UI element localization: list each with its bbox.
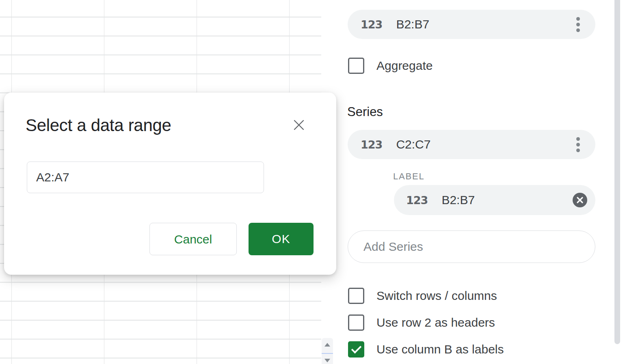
numeric-format-icon: 123 [361, 18, 382, 31]
dialog-title: Select a data range [26, 116, 171, 135]
cancel-button[interactable]: Cancel [149, 223, 237, 255]
numeric-format-icon: 123 [406, 194, 428, 207]
add-series-field[interactable]: Add Series [348, 230, 595, 263]
scroll-up-icon[interactable] [324, 343, 330, 347]
label-field-heading: LABEL [393, 171, 425, 182]
kebab-menu-icon[interactable] [572, 15, 584, 34]
select-data-range-dialog: Select a data range Cancel OK [4, 93, 336, 275]
google-sheets-chart-editor-screen: 123 B2:B7 Aggregate Series 123 C2:C7 LAB… [0, 0, 625, 364]
data-range-input[interactable] [27, 162, 264, 193]
close-icon[interactable] [291, 117, 307, 133]
use-row-2-headers-checkbox[interactable] [348, 314, 364, 331]
aggregate-label: Aggregate [376, 58, 433, 74]
switch-rows-columns-label: Switch rows / columns [376, 288, 497, 304]
remove-label-button[interactable] [573, 193, 587, 207]
add-series-placeholder: Add Series [363, 240, 423, 254]
use-row-2-headers-label: Use row 2 as headers [376, 314, 495, 331]
ok-button[interactable]: OK [249, 223, 314, 255]
series-section-heading: Series [347, 105, 383, 119]
x-in-circle-icon [576, 196, 584, 204]
series-range-chip[interactable]: 123 C2:C7 [348, 130, 595, 159]
sheet-vertical-scrollbar[interactable] [322, 338, 333, 364]
x-axis-range-chip[interactable]: 123 B2:B7 [348, 10, 595, 39]
chart-editor-panel: 123 B2:B7 Aggregate Series 123 C2:C7 LAB… [333, 0, 625, 364]
aggregate-checkbox[interactable] [348, 58, 364, 74]
series-label-range-chip[interactable]: 123 B2:B7 [394, 185, 595, 215]
scrollbar-thumb-edge [322, 353, 333, 354]
series-label-range-value: B2:B7 [441, 193, 573, 207]
numeric-format-icon: 123 [361, 138, 382, 151]
scroll-down-icon[interactable] [324, 359, 330, 362]
switch-rows-columns-checkbox[interactable] [348, 288, 364, 304]
x-axis-range-value: B2:B7 [396, 17, 572, 31]
use-column-b-labels-checkbox[interactable] [348, 341, 364, 358]
use-column-b-labels-label: Use column B as labels [376, 341, 504, 358]
kebab-menu-icon[interactable] [572, 135, 584, 155]
series-range-value: C2:C7 [396, 138, 572, 151]
panel-scrollbar-thumb[interactable] [614, 0, 620, 344]
